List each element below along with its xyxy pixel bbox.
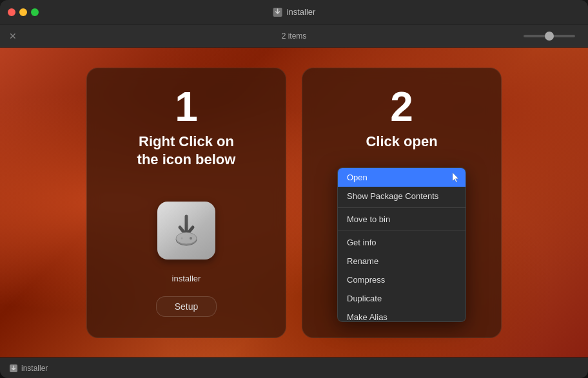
titlebar: installer [0, 0, 588, 24]
menu-item-compress[interactable]: Compress [338, 270, 466, 289]
statusbar: installer [0, 357, 588, 378]
traffic-lights [8, 8, 39, 16]
menu-separator-1 [338, 207, 466, 208]
card2-number: 2 [390, 86, 413, 128]
installer-app-icon[interactable] [157, 202, 215, 260]
menu-separator-2 [338, 231, 466, 231]
card-step-1: 1 Right Click onthe icon below [86, 68, 286, 338]
window-title-area: installer [273, 7, 316, 17]
menu-item-duplicate[interactable]: Duplicate [338, 289, 466, 308]
main-window: installer ✕ 2 items 1 Right Click onthe … [0, 0, 588, 378]
menu-item-move-to-bin[interactable]: Move to bin [338, 210, 466, 229]
toolbar: ✕ 2 items [0, 24, 588, 48]
statusbar-label: installer [21, 364, 48, 373]
card1-title: Right Click onthe icon below [137, 133, 236, 169]
window-icon [273, 7, 283, 17]
zoom-slider-area [524, 35, 575, 37]
statusbar-installer: installer [9, 364, 48, 373]
svg-point-4 [181, 237, 183, 239]
zoom-slider-thumb[interactable] [545, 32, 554, 41]
close-button[interactable] [8, 8, 15, 16]
installer-app-label: installer [172, 274, 201, 283]
minimize-button[interactable] [19, 8, 27, 16]
context-menu: Open Show Package Contents Move to bin [337, 167, 466, 321]
installer-svg-icon [167, 211, 206, 250]
toolbar-close-icon[interactable]: ✕ [9, 31, 17, 41]
fullscreen-button[interactable] [31, 8, 39, 16]
menu-item-rename[interactable]: Rename [338, 252, 466, 270]
cursor-icon [451, 172, 460, 184]
card-step-2: 2 Click open Open Show Package Contents [302, 68, 502, 338]
main-content: 1 Right Click onthe icon below [0, 48, 588, 357]
installer-icon-wrapper [151, 195, 222, 266]
zoom-slider-track[interactable] [524, 35, 575, 37]
window-title: installer [287, 7, 316, 17]
menu-item-show-package-contents[interactable]: Show Package Contents [338, 187, 466, 205]
statusbar-icon [9, 364, 18, 373]
svg-point-3 [190, 237, 192, 240]
menu-item-make-alias[interactable]: Make Alias [338, 308, 466, 321]
card2-title: Click open [366, 133, 437, 151]
card1-number: 1 [175, 86, 198, 128]
svg-point-2 [176, 232, 197, 244]
menu-item-open[interactable]: Open [338, 168, 466, 187]
items-count: 2 items [282, 32, 307, 41]
cards-container: 1 Right Click onthe icon below [0, 48, 588, 357]
setup-button[interactable]: Setup [156, 296, 217, 317]
svg-point-1 [176, 234, 197, 245]
menu-item-get-info[interactable]: Get info [338, 233, 466, 252]
